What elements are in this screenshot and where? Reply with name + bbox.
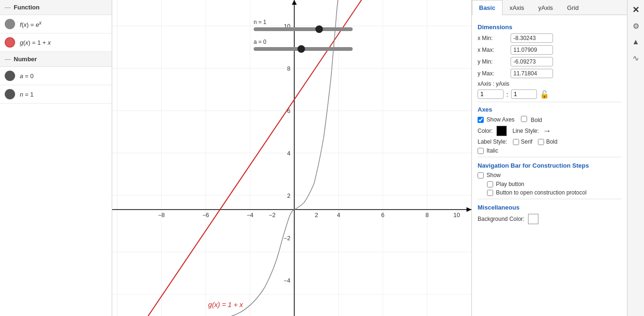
panel-content: Dimensions x Min: x Max: y Min: y Max: x…	[472, 15, 627, 316]
divider-3	[478, 199, 621, 199]
slider-a-label: a = 0	[254, 39, 353, 45]
dimensions-title: Dimensions	[478, 24, 621, 31]
circle-n	[5, 89, 15, 99]
ratio-y-input[interactable]	[511, 89, 537, 99]
label-style-label: Label Style:	[478, 138, 507, 145]
sidebar-item-a[interactable]: a = 0	[0, 67, 112, 85]
circle-gx	[5, 37, 15, 48]
gx-label: g(x) = 1 + x	[20, 39, 51, 46]
slider-n-container: n = 1	[254, 19, 353, 31]
tab-basic[interactable]: Basic	[472, 0, 503, 15]
function-dash: —	[5, 4, 11, 11]
xmax-label: x Max:	[478, 47, 511, 53]
svg-text:2: 2	[287, 193, 290, 199]
slider-a-thumb[interactable]	[297, 45, 305, 53]
bold-axes-label: Bold	[531, 117, 542, 123]
slider-a-track[interactable]	[254, 47, 353, 51]
svg-text:4: 4	[287, 150, 290, 157]
play-button-label: Play button	[496, 181, 524, 187]
wave-button[interactable]: ∿	[629, 51, 643, 65]
ymax-input[interactable]	[511, 69, 553, 78]
svg-text:8: 8	[287, 65, 290, 72]
italic-row: Italic	[478, 147, 621, 154]
ymax-row: y Max:	[478, 69, 621, 78]
ratio-row: xAxis : yAxis	[478, 81, 621, 87]
bold-label-text: Bold	[546, 138, 557, 145]
italic-label: Italic	[487, 147, 498, 154]
svg-text:10: 10	[454, 212, 460, 219]
line-style-arrow[interactable]: →	[543, 126, 551, 136]
serif-label: Serif	[521, 138, 533, 145]
svg-text:−6: −6	[202, 212, 209, 219]
serif-checkbox[interactable]	[513, 139, 519, 145]
circle-a	[5, 71, 15, 81]
xmin-label: x Min:	[478, 35, 511, 41]
show-axes-row: Show Axes Bold	[478, 116, 621, 123]
slider-n-track[interactable]	[254, 27, 353, 31]
show-axes-checkbox[interactable]	[478, 117, 484, 123]
show-axes-label: Show Axes	[487, 116, 514, 123]
open-protocol-label: Button to open construction protocol	[496, 189, 586, 196]
svg-text:8: 8	[426, 212, 429, 219]
divider-1	[478, 102, 621, 102]
close-button[interactable]: ✕	[629, 3, 643, 17]
svg-marker-19	[467, 207, 471, 212]
sidebar-item-fx[interactable]: f(x) = ex	[0, 15, 112, 33]
svg-marker-20	[292, 0, 297, 5]
axes-title: Axes	[478, 106, 621, 113]
ymin-input[interactable]	[511, 57, 553, 66]
nav-title: Navigation Bar for Construction Steps	[478, 162, 621, 169]
label-style-row: Label Style: Serif Bold	[478, 138, 621, 145]
bold-label-checkbox[interactable]	[538, 139, 544, 145]
gear-button[interactable]: ⚙	[629, 19, 643, 33]
tab-xaxis[interactable]: xAxis	[503, 0, 531, 15]
ymax-label: y Max:	[478, 70, 511, 77]
ratio-x-input[interactable]	[478, 89, 504, 99]
fx-label: f(x) = ex	[20, 20, 41, 28]
xmax-input[interactable]	[511, 45, 553, 55]
xmax-row: x Max:	[478, 45, 621, 55]
triangle-button[interactable]: ▲	[629, 35, 643, 49]
svg-text:6: 6	[381, 212, 385, 219]
divider-2	[478, 157, 621, 157]
italic-checkbox[interactable]	[478, 148, 484, 154]
line-style-label: Line Style:	[512, 128, 539, 134]
slider-n-thumb[interactable]	[315, 25, 323, 33]
color-row: Color: Line Style: →	[478, 126, 621, 136]
svg-text:−4: −4	[247, 212, 253, 219]
function-section-header: — Function	[0, 0, 112, 15]
sidebar-item-n[interactable]: n = 1	[0, 85, 112, 104]
slider-n-label: n = 1	[254, 19, 353, 25]
tab-yaxis[interactable]: yAxis	[531, 0, 560, 15]
bg-color-label: Background Color:	[478, 216, 524, 222]
number-section-header: — Number	[0, 52, 112, 67]
show-nav-row: Show	[478, 172, 621, 178]
ratio-colon: :	[506, 91, 508, 98]
svg-text:−4: −4	[284, 277, 290, 284]
open-protocol-checkbox[interactable]	[487, 190, 493, 196]
tab-grid[interactable]: Grid	[560, 0, 586, 15]
show-nav-checkbox[interactable]	[478, 172, 484, 178]
ratio-inputs-row: : 🔓	[478, 89, 621, 99]
play-button-checkbox[interactable]	[487, 181, 493, 187]
svg-text:−2: −2	[269, 212, 275, 219]
svg-text:4: 4	[337, 212, 340, 219]
xmin-input[interactable]	[511, 33, 553, 43]
sidebar-item-gx[interactable]: g(x) = 1 + x	[0, 33, 112, 52]
ratio-lock-button[interactable]: 🔓	[540, 90, 549, 99]
sliders-overlay: n = 1 a = 0	[254, 19, 353, 58]
ratio-label: xAxis : yAxis	[478, 81, 509, 87]
bg-color-row: Background Color:	[478, 214, 621, 224]
graph-area[interactable]: −8 −6 −4 −2 2 4 6 8 10 10 8 6 4 2 −2 −4 …	[112, 0, 471, 316]
bg-color-swatch[interactable]	[528, 214, 538, 224]
sidebar: — Function f(x) = ex g(x) = 1 + x — Numb…	[0, 0, 112, 316]
slider-a-container: a = 0	[254, 39, 353, 51]
ymin-row: y Min:	[478, 57, 621, 66]
color-swatch[interactable]	[496, 126, 507, 136]
number-dash: —	[5, 56, 11, 63]
bold-axes-checkbox[interactable]	[521, 116, 527, 122]
play-button-row: Play button	[487, 181, 621, 187]
ymin-label: y Min:	[478, 58, 511, 65]
tabs-bar: Basic xAxis yAxis Grid	[472, 0, 627, 15]
svg-text:g(x) = 1 + x: g(x) = 1 + x	[208, 301, 244, 308]
